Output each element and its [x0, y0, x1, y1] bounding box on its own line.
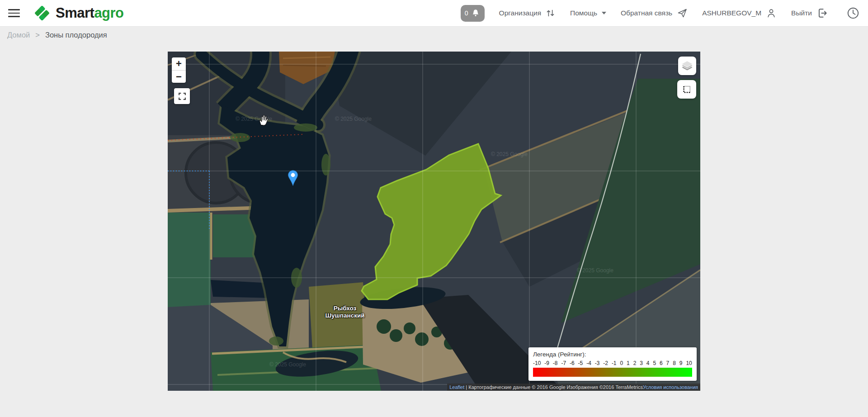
user-icon [766, 8, 777, 19]
swap-vertical-icon [546, 8, 556, 18]
legend-tick: 4 [646, 360, 650, 366]
legend-tick: 0 [620, 360, 623, 366]
map-canvas[interactable]: © 2025 Google © 2025 Google © 2025 Googl… [168, 52, 700, 391]
legend-tick: 6 [660, 360, 663, 366]
legend-ticks: -10-9-8-7-6-5-4-3-2-1012345678910 [533, 360, 692, 366]
legend-tick: -8 [553, 360, 558, 366]
nav-help[interactable]: Помощь [570, 9, 606, 17]
google-watermark: © 2025 Google [269, 361, 306, 368]
nav-logout[interactable]: Выйти [791, 7, 828, 19]
logout-icon [816, 7, 828, 19]
caret-down-icon [602, 12, 606, 14]
breadcrumb: Домой > Зоны плодородия [7, 31, 107, 39]
fullscreen-icon [177, 91, 187, 101]
legend-tick: 10 [686, 360, 692, 366]
legend-tick: -3 [595, 360, 600, 366]
layers-icon [680, 59, 694, 73]
bell-icon [471, 8, 481, 18]
google-watermark: © 2025 Google [335, 116, 372, 122]
header-nav: 0 Организация Помощь Обратная связ [461, 5, 860, 22]
google-watermark: © 2025 Google [577, 267, 613, 274]
measure-square-icon [682, 85, 692, 95]
legend-tick: -9 [544, 360, 549, 366]
legend-title: Легенда (Рейтинг): [533, 351, 692, 358]
clock-icon [846, 6, 860, 20]
zoom-out-button[interactable]: − [172, 70, 186, 83]
legend-tick: -1 [612, 360, 617, 366]
notification-count-badge: 0 [465, 9, 468, 17]
nav-feedback[interactable]: Обратная связь [621, 8, 688, 19]
map-attribution: Leaflet | Картографические данные © 2016… [447, 384, 700, 391]
legend-tick: -4 [586, 360, 591, 366]
hamburger-menu-icon[interactable] [8, 9, 20, 17]
legend-tick: -7 [561, 360, 566, 366]
legend-tick: 1 [627, 360, 630, 366]
google-watermark: © 2025 Google [491, 151, 528, 157]
place-label: Рыбхоз Шушпанский [316, 305, 374, 319]
smartagro-logo-icon [33, 4, 52, 23]
satellite-terrain: © 2025 Google © 2025 Google © 2025 Googl… [168, 52, 700, 391]
attribution-text: | Картографические данные © 2016 Google … [464, 384, 643, 390]
legend-tick: -6 [570, 360, 575, 366]
breadcrumb-separator: > [35, 31, 40, 39]
legend-tick: -2 [603, 360, 608, 366]
app-title: Smartagro [56, 5, 124, 21]
legend-tick: 8 [673, 360, 676, 366]
history-clock-button[interactable] [846, 6, 860, 20]
breadcrumb-home[interactable]: Домой [7, 31, 30, 39]
hand-cursor-icon [257, 114, 270, 128]
legend-gradient [533, 368, 692, 377]
rating-legend: Легенда (Рейтинг): -10-9-8-7-6-5-4-3-2-1… [528, 347, 697, 381]
page-title: Зоны плодородия [45, 31, 107, 39]
zoom-control: + − [172, 57, 186, 83]
legend-tick: 9 [679, 360, 683, 366]
notifications-button[interactable]: 0 [461, 5, 485, 22]
legend-tick: -10 [533, 360, 541, 366]
measure-area-button[interactable] [677, 80, 696, 99]
leaflet-link[interactable]: Leaflet [449, 384, 464, 390]
top-header: Smartagro 0 Организация Помощь [0, 0, 868, 27]
legend-tick: 5 [653, 360, 656, 366]
fullscreen-button[interactable] [174, 88, 190, 104]
map-marker-pin[interactable] [288, 170, 298, 188]
terms-link[interactable]: Условия использования [643, 384, 698, 390]
legend-tick: 3 [640, 360, 643, 366]
nav-user[interactable]: ASHURBEGOV_M [702, 8, 777, 19]
nav-organization[interactable]: Организация [499, 8, 556, 18]
legend-tick: -5 [578, 360, 583, 366]
zoom-in-button[interactable]: + [172, 57, 186, 70]
legend-tick: 7 [666, 360, 670, 366]
app-logo[interactable]: Smartagro [33, 4, 124, 23]
legend-tick: 2 [633, 360, 637, 366]
paper-plane-icon [677, 8, 688, 19]
layers-button[interactable] [678, 57, 696, 75]
